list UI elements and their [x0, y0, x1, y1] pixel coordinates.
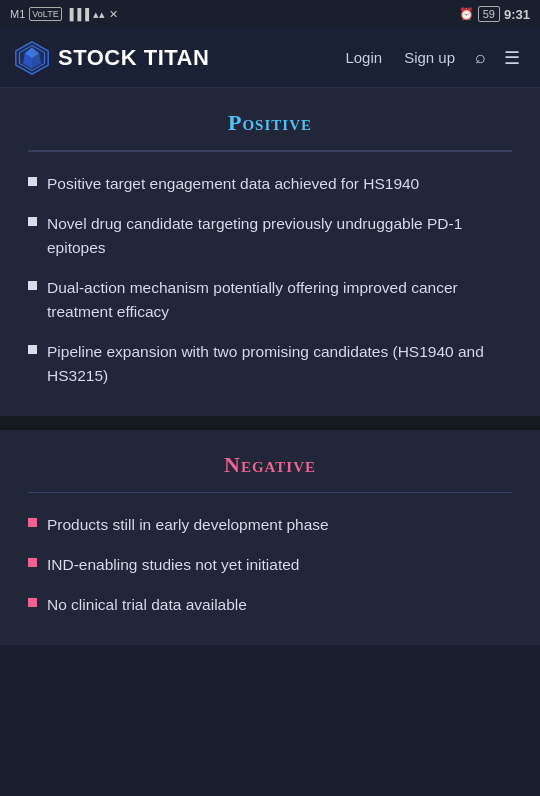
content-area: Positive Positive target engagement data…: [0, 88, 540, 645]
list-item: No clinical trial data available: [28, 593, 512, 617]
extra-icon: ✕: [109, 8, 118, 21]
time-label: 9:31: [504, 7, 530, 22]
battery-indicator: 59: [478, 6, 500, 22]
bullet-text: Positive target engagement data achieved…: [47, 172, 419, 196]
positive-divider: [28, 150, 512, 152]
carrier-label: M1: [10, 8, 25, 20]
login-link[interactable]: Login: [337, 43, 390, 72]
navbar-links: Login Sign up ⌕ ☰: [337, 43, 526, 73]
bullet-text: Products still in early development phas…: [47, 513, 329, 537]
negative-divider: [28, 492, 512, 494]
list-item: Positive target engagement data achieved…: [28, 172, 512, 196]
alarm-icon: ⏰: [459, 7, 474, 21]
positive-list: Positive target engagement data achieved…: [28, 172, 512, 388]
bullet-text: IND-enabling studies not yet initiated: [47, 553, 299, 577]
signup-link[interactable]: Sign up: [396, 43, 463, 72]
bullet-icon: [28, 558, 37, 567]
bullet-text: No clinical trial data available: [47, 593, 247, 617]
brand-title: STOCK TITAN: [58, 45, 209, 71]
status-bar-left: M1 VoLTE ▐▐▐ ▴▴ ✕: [10, 7, 118, 21]
bullet-text: Pipeline expansion with two promising ca…: [47, 340, 512, 388]
negative-title: Negative: [28, 452, 512, 478]
status-bar: M1 VoLTE ▐▐▐ ▴▴ ✕ ⏰ 59 9:31: [0, 0, 540, 28]
bullet-icon: [28, 217, 37, 226]
list-item: Pipeline expansion with two promising ca…: [28, 340, 512, 388]
list-item: Novel drug candidate targeting previousl…: [28, 212, 512, 260]
list-item: IND-enabling studies not yet initiated: [28, 553, 512, 577]
menu-icon[interactable]: ☰: [498, 43, 526, 73]
positive-card: Positive Positive target engagement data…: [0, 88, 540, 416]
bullet-icon: [28, 281, 37, 290]
bullet-icon: [28, 177, 37, 186]
list-item: Dual-action mechanism potentially offeri…: [28, 276, 512, 324]
wifi-icon: ▴▴: [93, 8, 105, 21]
search-icon[interactable]: ⌕: [469, 43, 492, 72]
navbar-brand[interactable]: STOCK TITAN: [14, 40, 209, 76]
volte-label: VoLTE: [29, 7, 61, 21]
bullet-text: Novel drug candidate targeting previousl…: [47, 212, 512, 260]
list-item: Products still in early development phas…: [28, 513, 512, 537]
section-gap: [0, 416, 540, 430]
bullet-icon: [28, 345, 37, 354]
status-bar-right: ⏰ 59 9:31: [459, 6, 530, 22]
bullet-icon: [28, 598, 37, 607]
signal-icon: ▐▐▐: [66, 8, 89, 20]
negative-card: Negative Products still in early develop…: [0, 430, 540, 646]
negative-list: Products still in early development phas…: [28, 513, 512, 617]
navbar: STOCK TITAN Login Sign up ⌕ ☰: [0, 28, 540, 88]
positive-title: Positive: [28, 110, 512, 136]
bullet-icon: [28, 518, 37, 527]
brand-logo-icon: [14, 40, 50, 76]
bullet-text: Dual-action mechanism potentially offeri…: [47, 276, 512, 324]
